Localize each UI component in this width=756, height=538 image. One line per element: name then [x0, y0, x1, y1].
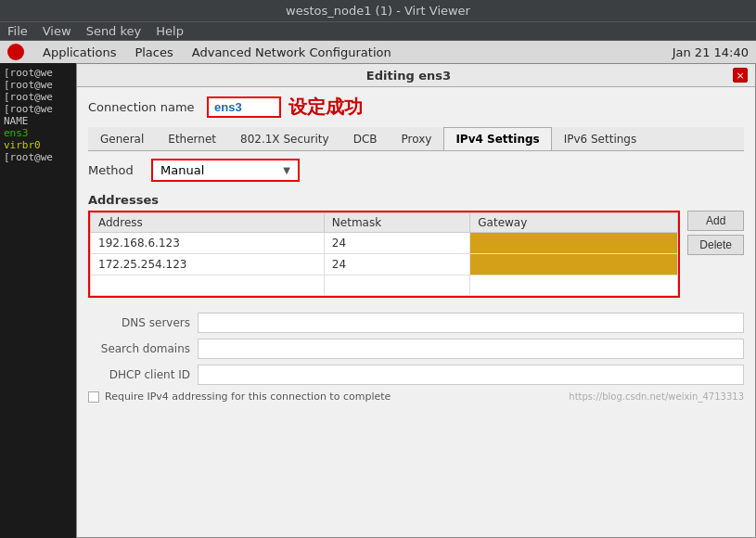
menu-view[interactable]: View [43, 24, 71, 38]
terminal-line: [root@we [4, 103, 80, 115]
terminal-background: [root@we [root@we [root@we [root@we NAME… [0, 63, 83, 538]
require-ipv4-checkbox[interactable] [88, 391, 99, 403]
method-dropdown[interactable]: Manual ▼ [151, 159, 300, 182]
tab-8021x[interactable]: 802.1X Security [228, 127, 341, 150]
addresses-section: Address Netmask Gateway 192.168.6.123 24 [88, 211, 744, 305]
require-ipv4-label: Require IPv4 addressing for this connect… [105, 391, 391, 403]
gateway-cell[interactable] [470, 254, 678, 275]
gateway-cell[interactable] [470, 233, 678, 254]
connection-name-input[interactable] [207, 96, 281, 118]
method-row: Method Manual ▼ [88, 159, 744, 182]
method-value: Manual [160, 163, 204, 177]
connection-name-row: Connection name 设定成功 [88, 95, 744, 120]
watermark: https://blog.csdn.net/weixin_4713313 [569, 391, 744, 402]
address-cell: 172.25.254.123 [91, 254, 325, 275]
dialog-title-bar: Editing ens3 × [77, 64, 755, 87]
dialog-close-button[interactable]: × [733, 68, 748, 83]
datetime: Jan 21 14:40 [673, 45, 749, 59]
col-address: Address [91, 213, 325, 233]
table-row[interactable]: 172.25.254.123 24 [91, 254, 678, 275]
dns-servers-row: DNS servers [88, 313, 744, 333]
require-ipv4-row: Require IPv4 addressing for this connect… [88, 391, 391, 403]
redhat-icon [7, 44, 24, 60]
col-gateway: Gateway [470, 213, 678, 233]
search-domains-input[interactable] [198, 339, 744, 359]
address-cell: 192.168.6.123 [91, 233, 325, 254]
table-row-empty [91, 275, 678, 296]
address-buttons: Add Delete [687, 211, 744, 255]
tab-dcb[interactable]: DCB [341, 127, 390, 150]
menu-file[interactable]: File [7, 24, 28, 38]
success-text: 设定成功 [288, 95, 363, 120]
menu-bar: File View Send key Help [0, 22, 756, 41]
appbar-places[interactable]: Places [135, 45, 173, 59]
tabs: General Ethernet 802.1X Security DCB Pro… [88, 127, 744, 151]
appbar-network-config[interactable]: Advanced Network Configuration [192, 45, 391, 59]
search-domains-label: Search domains [88, 342, 190, 355]
method-label: Method [88, 163, 144, 177]
address-table: Address Netmask Gateway 192.168.6.123 24 [90, 212, 678, 296]
menu-help[interactable]: Help [156, 24, 184, 38]
terminal-line: [root@we [4, 67, 80, 79]
terminal-line-virbr0: virbr0 [4, 139, 80, 151]
dhcp-client-input[interactable] [198, 365, 744, 385]
search-domains-row: Search domains [88, 339, 744, 359]
tab-proxy[interactable]: Proxy [390, 127, 444, 150]
app-bar: Applications Places Advanced Network Con… [0, 41, 756, 64]
dialog-content: Connection name 设定成功 General Ethernet 80… [77, 87, 755, 537]
title-bar: westos_node1 (1) - Virt Viewer [0, 0, 756, 22]
terminal-line: NAME [4, 115, 80, 127]
table-row[interactable]: 192.168.6.123 24 [91, 233, 678, 254]
connection-name-label: Connection name [88, 100, 199, 114]
dialog: Editing ens3 × Connection name 设定成功 Gene… [76, 63, 756, 538]
delete-button[interactable]: Delete [687, 235, 744, 255]
dropdown-arrow-icon: ▼ [283, 165, 290, 175]
window-title: westos_node1 (1) - Virt Viewer [286, 4, 470, 18]
address-table-container: Address Netmask Gateway 192.168.6.123 24 [88, 211, 680, 305]
dialog-title: Editing ens3 [84, 69, 733, 83]
terminal-line-ens3: ens3 [4, 127, 80, 139]
dns-label: DNS servers [88, 316, 190, 329]
terminal-line: [root@we [4, 79, 80, 91]
dns-servers-input[interactable] [198, 313, 744, 333]
tab-general[interactable]: General [88, 127, 156, 150]
add-button[interactable]: Add [687, 211, 744, 231]
tab-ethernet[interactable]: Ethernet [156, 127, 228, 150]
address-table-wrapper: Address Netmask Gateway 192.168.6.123 24 [88, 211, 680, 298]
netmask-cell: 24 [324, 254, 469, 275]
tab-ipv6[interactable]: IPv6 Settings [552, 127, 649, 150]
col-netmask: Netmask [324, 213, 469, 233]
dhcp-label: DHCP client ID [88, 368, 190, 381]
tab-ipv4[interactable]: IPv4 Settings [443, 127, 551, 150]
terminal-line: [root@we [4, 151, 80, 163]
menu-sendkey[interactable]: Send key [86, 24, 142, 38]
netmask-cell: 24 [324, 233, 469, 254]
addresses-label: Addresses [88, 193, 744, 207]
appbar-applications[interactable]: Applications [43, 45, 116, 59]
bottom-row: Require IPv4 addressing for this connect… [88, 391, 744, 403]
terminal-line: [root@we [4, 91, 80, 103]
dhcp-client-row: DHCP client ID [88, 365, 744, 385]
